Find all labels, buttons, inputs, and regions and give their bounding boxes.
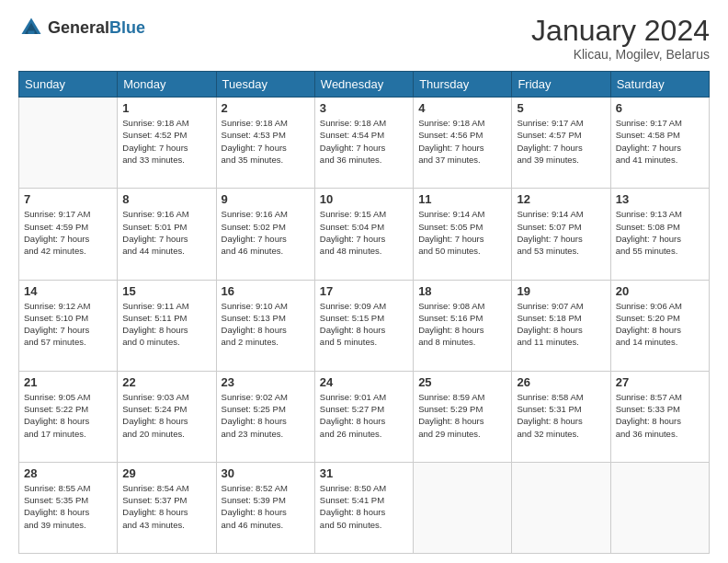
day-number: 5 <box>517 101 605 115</box>
col-friday: Friday <box>512 72 610 98</box>
calendar-cell: 19Sunrise: 9:07 AM Sunset: 5:18 PM Dayli… <box>512 280 610 371</box>
day-number: 2 <box>222 101 310 115</box>
col-tuesday: Tuesday <box>216 72 314 98</box>
calendar-cell: 4Sunrise: 9:18 AM Sunset: 4:56 PM Daylig… <box>414 98 512 189</box>
day-number: 17 <box>320 284 408 298</box>
logo-blue: Blue <box>109 18 145 38</box>
week-row-3: 14Sunrise: 9:12 AM Sunset: 5:10 PM Dayli… <box>19 280 710 371</box>
day-number: 31 <box>320 466 408 480</box>
cell-info: Sunrise: 9:17 AM Sunset: 4:57 PM Dayligh… <box>517 117 605 166</box>
calendar-cell: 26Sunrise: 8:58 AM Sunset: 5:31 PM Dayli… <box>512 371 610 462</box>
cell-info: Sunrise: 9:18 AM Sunset: 4:52 PM Dayligh… <box>122 117 210 166</box>
calendar-cell: 24Sunrise: 9:01 AM Sunset: 5:27 PM Dayli… <box>314 371 413 462</box>
calendar-cell: 18Sunrise: 9:08 AM Sunset: 5:16 PM Dayli… <box>414 280 512 371</box>
calendar-cell: 5Sunrise: 9:17 AM Sunset: 4:57 PM Daylig… <box>512 98 610 189</box>
day-number: 7 <box>24 192 112 206</box>
title-section: January 2024 Klicau, Mogilev, Belarus <box>531 15 710 62</box>
calendar-cell: 16Sunrise: 9:10 AM Sunset: 5:13 PM Dayli… <box>216 280 314 371</box>
cell-info: Sunrise: 9:07 AM Sunset: 5:18 PM Dayligh… <box>517 300 605 349</box>
col-thursday: Thursday <box>414 72 512 98</box>
day-number: 21 <box>24 375 112 389</box>
logo-text: General Blue <box>48 18 145 38</box>
cell-info: Sunrise: 9:09 AM Sunset: 5:15 PM Dayligh… <box>320 300 408 349</box>
calendar-cell: 30Sunrise: 8:52 AM Sunset: 5:39 PM Dayli… <box>216 462 314 553</box>
cell-info: Sunrise: 9:05 AM Sunset: 5:22 PM Dayligh… <box>24 391 112 440</box>
cell-info: Sunrise: 9:03 AM Sunset: 5:24 PM Dayligh… <box>122 391 210 440</box>
cell-info: Sunrise: 8:59 AM Sunset: 5:29 PM Dayligh… <box>418 391 506 440</box>
col-sunday: Sunday <box>19 72 118 98</box>
day-number: 28 <box>24 466 112 480</box>
cell-info: Sunrise: 8:54 AM Sunset: 5:37 PM Dayligh… <box>122 482 210 531</box>
calendar-header-row: Sunday Monday Tuesday Wednesday Thursday… <box>19 72 710 98</box>
day-number: 12 <box>517 192 605 206</box>
day-number: 3 <box>320 101 408 115</box>
cell-info: Sunrise: 9:18 AM Sunset: 4:53 PM Dayligh… <box>222 117 310 166</box>
calendar-cell: 6Sunrise: 9:17 AM Sunset: 4:58 PM Daylig… <box>610 98 709 189</box>
cell-info: Sunrise: 9:06 AM Sunset: 5:20 PM Dayligh… <box>616 300 704 349</box>
calendar-cell: 13Sunrise: 9:13 AM Sunset: 5:08 PM Dayli… <box>610 189 709 280</box>
week-row-2: 7Sunrise: 9:17 AM Sunset: 4:59 PM Daylig… <box>19 189 710 280</box>
cell-info: Sunrise: 9:01 AM Sunset: 5:27 PM Dayligh… <box>320 391 408 440</box>
cell-info: Sunrise: 9:18 AM Sunset: 4:56 PM Dayligh… <box>418 117 506 166</box>
logo-general: General <box>48 18 109 38</box>
svg-rect-2 <box>28 31 35 35</box>
cell-info: Sunrise: 9:02 AM Sunset: 5:25 PM Dayligh… <box>222 391 310 440</box>
day-number: 4 <box>418 101 506 115</box>
calendar-cell <box>512 462 610 553</box>
day-number: 14 <box>24 284 112 298</box>
day-number: 11 <box>418 192 506 206</box>
cell-info: Sunrise: 9:13 AM Sunset: 5:08 PM Dayligh… <box>616 208 704 257</box>
calendar-cell: 15Sunrise: 9:11 AM Sunset: 5:11 PM Dayli… <box>118 280 216 371</box>
calendar-cell: 7Sunrise: 9:17 AM Sunset: 4:59 PM Daylig… <box>19 189 118 280</box>
calendar-cell: 28Sunrise: 8:55 AM Sunset: 5:35 PM Dayli… <box>19 462 118 553</box>
day-number: 10 <box>320 192 408 206</box>
day-number: 24 <box>320 375 408 389</box>
col-saturday: Saturday <box>610 72 709 98</box>
col-monday: Monday <box>118 72 216 98</box>
location: Klicau, Mogilev, Belarus <box>531 47 710 62</box>
day-number: 6 <box>616 101 704 115</box>
calendar-cell <box>19 98 118 189</box>
day-number: 22 <box>122 375 210 389</box>
day-number: 13 <box>616 192 704 206</box>
calendar-cell: 27Sunrise: 8:57 AM Sunset: 5:33 PM Dayli… <box>610 371 709 462</box>
day-number: 25 <box>418 375 506 389</box>
day-number: 15 <box>122 284 210 298</box>
cell-info: Sunrise: 8:50 AM Sunset: 5:41 PM Dayligh… <box>320 482 408 531</box>
cell-info: Sunrise: 9:10 AM Sunset: 5:13 PM Dayligh… <box>222 300 310 349</box>
calendar-cell: 12Sunrise: 9:14 AM Sunset: 5:07 PM Dayli… <box>512 189 610 280</box>
calendar-cell: 1Sunrise: 9:18 AM Sunset: 4:52 PM Daylig… <box>118 98 216 189</box>
day-number: 9 <box>222 192 310 206</box>
cell-info: Sunrise: 8:52 AM Sunset: 5:39 PM Dayligh… <box>222 482 310 531</box>
col-wednesday: Wednesday <box>314 72 413 98</box>
cell-info: Sunrise: 9:08 AM Sunset: 5:16 PM Dayligh… <box>418 300 506 349</box>
calendar-cell: 25Sunrise: 8:59 AM Sunset: 5:29 PM Dayli… <box>414 371 512 462</box>
week-row-1: 1Sunrise: 9:18 AM Sunset: 4:52 PM Daylig… <box>19 98 710 189</box>
day-number: 23 <box>222 375 310 389</box>
month-title: January 2024 <box>531 15 710 47</box>
day-number: 19 <box>517 284 605 298</box>
cell-info: Sunrise: 9:11 AM Sunset: 5:11 PM Dayligh… <box>122 300 210 349</box>
cell-info: Sunrise: 9:17 AM Sunset: 4:59 PM Dayligh… <box>24 208 112 257</box>
cell-info: Sunrise: 9:14 AM Sunset: 5:07 PM Dayligh… <box>517 208 605 257</box>
day-number: 8 <box>122 192 210 206</box>
day-number: 1 <box>122 101 210 115</box>
calendar-cell: 8Sunrise: 9:16 AM Sunset: 5:01 PM Daylig… <box>118 189 216 280</box>
calendar-cell: 14Sunrise: 9:12 AM Sunset: 5:10 PM Dayli… <box>19 280 118 371</box>
calendar-cell: 3Sunrise: 9:18 AM Sunset: 4:54 PM Daylig… <box>314 98 413 189</box>
week-row-4: 21Sunrise: 9:05 AM Sunset: 5:22 PM Dayli… <box>19 371 710 462</box>
day-number: 20 <box>616 284 704 298</box>
calendar-cell <box>414 462 512 553</box>
calendar-cell: 23Sunrise: 9:02 AM Sunset: 5:25 PM Dayli… <box>216 371 314 462</box>
day-number: 30 <box>222 466 310 480</box>
calendar-cell: 2Sunrise: 9:18 AM Sunset: 4:53 PM Daylig… <box>216 98 314 189</box>
calendar-cell: 11Sunrise: 9:14 AM Sunset: 5:05 PM Dayli… <box>414 189 512 280</box>
calendar-cell: 20Sunrise: 9:06 AM Sunset: 5:20 PM Dayli… <box>610 280 709 371</box>
logo-icon <box>18 15 44 40</box>
day-number: 29 <box>122 466 210 480</box>
calendar-cell: 17Sunrise: 9:09 AM Sunset: 5:15 PM Dayli… <box>314 280 413 371</box>
calendar-cell: 9Sunrise: 9:16 AM Sunset: 5:02 PM Daylig… <box>216 189 314 280</box>
cell-info: Sunrise: 8:55 AM Sunset: 5:35 PM Dayligh… <box>24 482 112 531</box>
week-row-5: 28Sunrise: 8:55 AM Sunset: 5:35 PM Dayli… <box>19 462 710 553</box>
calendar-cell: 29Sunrise: 8:54 AM Sunset: 5:37 PM Dayli… <box>118 462 216 553</box>
